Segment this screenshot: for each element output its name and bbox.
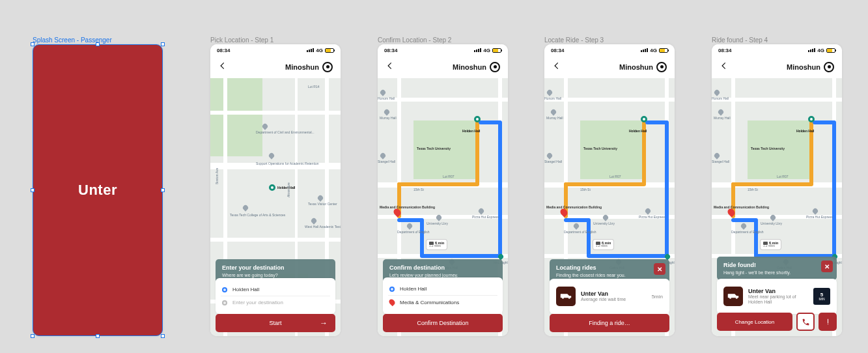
map-poi: Texas Tech College of Arts & Sciences <box>230 213 275 217</box>
avatar-icon <box>824 62 834 72</box>
dest-dot-icon <box>222 300 227 305</box>
status-time: 08:34 <box>551 48 564 53</box>
location-card: Holden Hall Media & Communications <box>383 277 503 314</box>
banner-title: Confirm destination <box>389 264 496 271</box>
map-street: 15th St <box>580 188 591 191</box>
ride-name: Unter Van <box>581 290 647 297</box>
status-time: 08:34 <box>384 48 397 53</box>
app-header: Minoshun <box>544 56 675 78</box>
map-poi: Stangel Hall <box>712 160 729 163</box>
signal-icon <box>808 48 815 52</box>
van-icon <box>723 287 743 306</box>
selection-handle[interactable] <box>31 188 35 192</box>
map[interactable]: Holden Hall Texas Tech University Media … <box>544 78 675 336</box>
ride-subtitle: Average ride wait time <box>581 297 647 302</box>
ride-found-banner: Ride found! Hang tight - we'll be there … <box>717 257 837 280</box>
map-poi: Murray Hall <box>714 116 731 120</box>
network-label: 4G <box>650 48 657 53</box>
map-poi: Media and Communication Building <box>546 205 572 209</box>
map-poi: University Lbry <box>427 221 448 225</box>
map-poi: Lot R14 <box>308 85 320 89</box>
selection-handle[interactable] <box>31 334 35 338</box>
user-chip[interactable]: Minoshun <box>453 62 500 72</box>
finding-ride-button[interactable]: Finding a ride… <box>550 314 669 332</box>
status-bar: 08:34 4G <box>378 44 508 56</box>
selection-handle[interactable] <box>96 42 100 46</box>
battery-icon <box>492 48 501 53</box>
origin-row[interactable]: Holden Hall <box>388 283 497 296</box>
wait-time: 5min <box>652 294 663 300</box>
emergency-button[interactable] <box>819 313 837 331</box>
ride-name: Unter Van <box>748 288 808 294</box>
screen-step4: 08:34 4G Minoshun Holden Hall Texas T <box>712 44 842 336</box>
user-name: Minoshun <box>285 63 319 71</box>
avatar-icon <box>490 62 500 72</box>
frame-label: Pick Location - Step 1 <box>210 36 273 44</box>
close-banner-button[interactable]: ✕ <box>821 261 833 272</box>
map-poi: Stangel Hall <box>544 160 562 163</box>
status-time: 08:34 <box>718 48 731 53</box>
call-driver-button[interactable] <box>796 313 815 331</box>
selection-handle[interactable] <box>161 42 165 46</box>
destination-placeholder: Enter your destination <box>232 300 283 305</box>
selection-handle[interactable] <box>161 188 165 192</box>
origin-row[interactable]: Holden Hall <box>221 283 330 296</box>
avatar-icon <box>322 62 333 72</box>
status-time: 08:34 <box>217 48 230 53</box>
button-label: Confirm Destination <box>417 320 468 326</box>
banner-title: Locating rides <box>556 264 663 271</box>
selection-handle[interactable] <box>31 42 35 46</box>
map-poi: University Lbry <box>593 221 615 225</box>
back-button[interactable] <box>720 61 729 73</box>
back-button[interactable] <box>218 61 227 73</box>
ride-option[interactable]: Unter Van Meet near parking lot of Holde… <box>722 284 832 309</box>
arrow-right-icon: → <box>320 318 328 328</box>
eta-tooltip: 6 min 1.2 miles <box>427 240 447 249</box>
battery-icon <box>325 48 334 53</box>
map-poi-main: Holden Hall <box>629 129 647 133</box>
map-poi: Texas Tech University <box>583 147 617 150</box>
banner-subtitle: Where are we going today? <box>222 273 329 277</box>
selection-handle[interactable] <box>161 334 165 338</box>
banner-subtitle: Finding the closest rides near you. <box>556 273 663 277</box>
battery-icon <box>659 48 668 53</box>
status-bar: 08:34 4G <box>712 44 842 56</box>
banner-subtitle: Let's review your planned journey. <box>389 273 496 277</box>
map-poi: Department of English <box>397 230 429 234</box>
splash-screen: Unter <box>33 44 163 336</box>
map-poi-main: Holden Hall <box>462 129 481 133</box>
status-bar: 08:34 4G <box>544 44 675 56</box>
destination-text: Media & Communications <box>400 300 459 305</box>
network-label: 4G <box>483 48 490 53</box>
map[interactable]: Holden Hall Texas Tech University Media … <box>378 78 508 336</box>
map-poi: Murray Hall <box>380 116 397 120</box>
user-name: Minoshun <box>619 63 653 71</box>
origin-text: Holden Hall <box>232 287 259 292</box>
map-poi: Lot R07 <box>609 175 621 178</box>
back-button[interactable] <box>385 61 395 73</box>
ride-subtitle: Meet near parking lot of Holden Hall <box>748 294 808 305</box>
ride-option[interactable]: Unter Van Average ride wait time 5min <box>555 284 664 309</box>
destination-row[interactable]: Media & Communications <box>388 296 497 309</box>
back-button[interactable] <box>552 61 561 73</box>
map-poi: Stangel Hall <box>378 160 395 163</box>
map-poi: West Hall Academic Testing Services <box>305 225 341 229</box>
van-icon <box>556 287 576 306</box>
selection-handle[interactable] <box>96 334 100 338</box>
confirm-button[interactable]: Confirm Destination <box>383 314 503 332</box>
user-chip[interactable]: Minoshun <box>787 62 834 72</box>
user-chip[interactable]: Minoshun <box>285 62 333 72</box>
close-banner-button[interactable]: ✕ <box>654 263 665 275</box>
user-name: Minoshun <box>787 63 820 71</box>
eta-badge: 5MIN <box>813 288 830 305</box>
change-location-button[interactable]: Change Location <box>717 313 792 331</box>
map[interactable]: Holden Hall Texas Tech University Media … <box>712 78 842 336</box>
start-button[interactable]: Start → <box>216 314 335 332</box>
map[interactable]: Lot R14 Department of Civil and Environm… <box>210 78 341 336</box>
avatar-icon <box>656 62 667 72</box>
banner-title: Ride found! <box>723 262 830 268</box>
map-poi: Lot R07 <box>777 175 789 178</box>
user-chip[interactable]: Minoshun <box>619 62 667 72</box>
destination-input[interactable]: Enter your destination <box>221 296 330 309</box>
ride-card: Unter Van Meet near parking lot of Holde… <box>717 279 837 314</box>
